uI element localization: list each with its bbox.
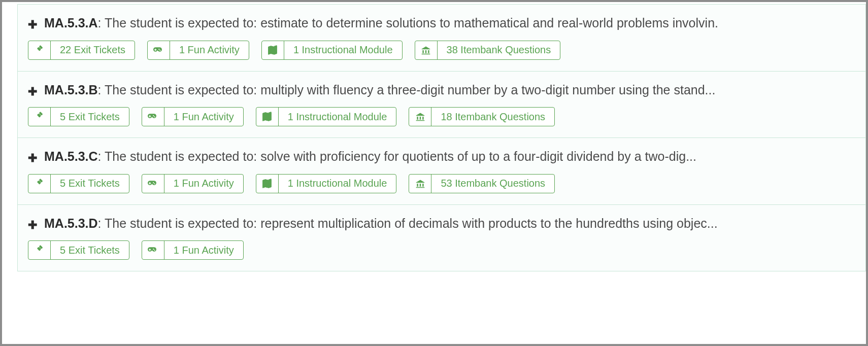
- badge-label: 38 Itembank Questions: [438, 41, 560, 59]
- standard-code: MA.5.3.A: [44, 16, 98, 30]
- ticket-icon: [28, 241, 51, 259]
- standard-code: MA.5.3.B: [44, 83, 98, 97]
- instructional-module-badge[interactable]: 1 Instructional Module: [261, 41, 403, 60]
- standard-title: MA.5.3.A: The student is expected to: es…: [44, 15, 855, 31]
- map-icon: [256, 108, 279, 126]
- expand-icon[interactable]: ✚: [28, 19, 37, 30]
- badge-label: 1 Fun Activity: [164, 241, 243, 259]
- instructional-module-badge[interactable]: 1 Instructional Module: [256, 107, 397, 126]
- badge-label: 5 Exit Tickets: [51, 241, 129, 259]
- expand-icon[interactable]: ✚: [28, 153, 37, 164]
- bank-icon: [415, 41, 438, 59]
- expand-icon[interactable]: ✚: [28, 220, 37, 231]
- standard-header[interactable]: ✚MA.5.3.B: The student is expected to: m…: [28, 82, 855, 98]
- standard-header[interactable]: ✚MA.5.3.C: The student is expected to: s…: [28, 148, 855, 165]
- badge-label: 1 Fun Activity: [164, 108, 243, 126]
- instructional-module-badge[interactable]: 1 Instructional Module: [256, 174, 397, 193]
- badges-row: 5 Exit Tickets1 Fun Activity1 Instructio…: [28, 174, 855, 193]
- badge-label: 1 Instructional Module: [284, 41, 402, 59]
- standards-panel: ✚MA.5.3.A: The student is expected to: e…: [17, 4, 866, 271]
- standard-row: ✚MA.5.3.B: The student is expected to: m…: [18, 72, 865, 139]
- standard-description: The student is expected to: estimate to …: [105, 16, 718, 30]
- bank-icon: [409, 175, 431, 193]
- standard-title: MA.5.3.C: The student is expected to: so…: [44, 148, 855, 165]
- bank-icon: [409, 108, 431, 126]
- fun-activity-badge[interactable]: 1 Fun Activity: [147, 41, 249, 60]
- standard-code: MA.5.3.C: [44, 149, 98, 163]
- exit-tickets-badge[interactable]: 5 Exit Tickets: [28, 107, 129, 126]
- badges-row: 5 Exit Tickets1 Fun Activity: [28, 240, 855, 260]
- badge-label: 1 Instructional Module: [279, 108, 396, 126]
- ticket-icon: [28, 108, 51, 126]
- standard-row: ✚MA.5.3.A: The student is expected to: e…: [18, 5, 865, 72]
- badge-label: 18 Itembank Questions: [431, 108, 554, 126]
- standard-header[interactable]: ✚MA.5.3.A: The student is expected to: e…: [28, 15, 855, 31]
- gamepad-icon: [142, 175, 164, 193]
- gamepad-icon: [142, 241, 164, 259]
- gamepad-icon: [142, 108, 164, 126]
- standard-row: ✚MA.5.3.D: The student is expected to: r…: [18, 205, 865, 272]
- ticket-icon: [28, 41, 51, 59]
- exit-tickets-badge[interactable]: 5 Exit Tickets: [28, 240, 129, 260]
- badges-row: 22 Exit Tickets1 Fun Activity1 Instructi…: [28, 41, 855, 60]
- standard-description: The student is expected to: multiply wit…: [105, 83, 715, 97]
- itembank-questions-badge[interactable]: 18 Itembank Questions: [409, 107, 555, 126]
- itembank-questions-badge[interactable]: 38 Itembank Questions: [415, 41, 561, 60]
- fun-activity-badge[interactable]: 1 Fun Activity: [142, 240, 244, 260]
- map-icon: [256, 175, 279, 193]
- badges-row: 5 Exit Tickets1 Fun Activity1 Instructio…: [28, 107, 855, 126]
- standard-title: MA.5.3.D: The student is expected to: re…: [44, 215, 855, 232]
- standard-header[interactable]: ✚MA.5.3.D: The student is expected to: r…: [28, 215, 855, 232]
- standard-row: ✚MA.5.3.C: The student is expected to: s…: [18, 138, 865, 205]
- standard-description: The student is expected to: represent mu…: [105, 216, 718, 230]
- badge-label: 22 Exit Tickets: [51, 41, 135, 59]
- badge-label: 53 Itembank Questions: [431, 175, 554, 193]
- badge-label: 1 Instructional Module: [279, 175, 396, 193]
- fun-activity-badge[interactable]: 1 Fun Activity: [142, 174, 244, 193]
- badge-label: 5 Exit Tickets: [51, 108, 129, 126]
- exit-tickets-badge[interactable]: 22 Exit Tickets: [28, 41, 135, 60]
- expand-icon[interactable]: ✚: [28, 86, 37, 97]
- exit-tickets-badge[interactable]: 5 Exit Tickets: [28, 174, 129, 193]
- itembank-questions-badge[interactable]: 53 Itembank Questions: [409, 174, 555, 193]
- standard-description: The student is expected to: solve with p…: [105, 149, 696, 163]
- ticket-icon: [28, 175, 51, 193]
- standard-code: MA.5.3.D: [44, 216, 98, 230]
- fun-activity-badge[interactable]: 1 Fun Activity: [142, 107, 244, 126]
- standard-title: MA.5.3.B: The student is expected to: mu…: [44, 82, 855, 98]
- badge-label: 1 Fun Activity: [164, 175, 243, 193]
- badge-label: 5 Exit Tickets: [51, 175, 129, 193]
- map-icon: [262, 41, 284, 59]
- badge-label: 1 Fun Activity: [170, 41, 249, 59]
- gamepad-icon: [148, 41, 170, 59]
